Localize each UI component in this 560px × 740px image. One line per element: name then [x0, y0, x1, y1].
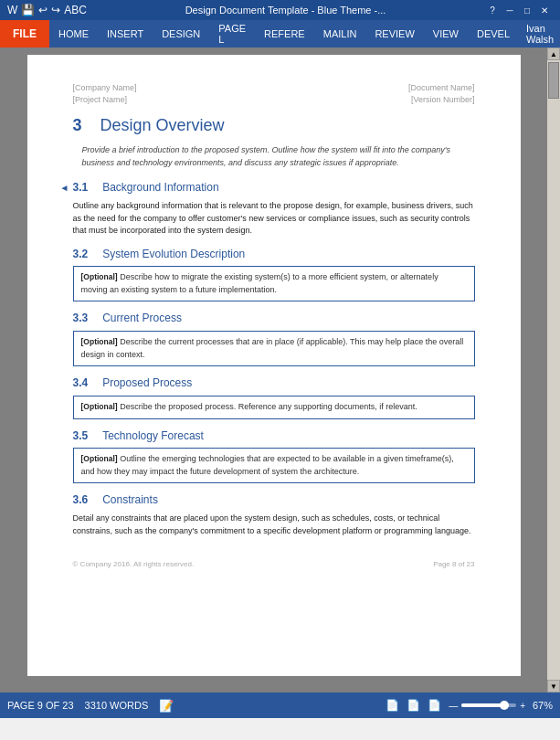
subsection-3-6-num: 3.6 [73, 492, 89, 508]
document-meta: [Company Name] [Project Name] [Document … [73, 82, 475, 105]
section-3-title: Design Overview [100, 114, 225, 137]
optional-label-3-5: [Optional] [81, 454, 118, 463]
tab-home[interactable]: HOME [49, 20, 98, 48]
close-button[interactable]: ✕ [536, 2, 553, 18]
version-number: [Version Number] [408, 94, 475, 106]
ribbon: FILE HOME INSERT DESIGN PAGE L REFERE MA… [0, 20, 560, 48]
subsection-3-4-title: Proposed Process [102, 375, 192, 391]
subsection-3-5-optional: [Optional] Outline the emerging technolo… [73, 448, 475, 483]
scrollbar-vertical[interactable]: ▲ ▼ [547, 48, 560, 692]
subsection-3-3-header: 3.3 Current Process [73, 311, 475, 326]
zoom-level[interactable]: 67% [533, 700, 553, 711]
title-bar: W 💾 ↩ ↪ ABC Design Document Template - B… [0, 0, 560, 20]
word-icon: W [7, 4, 17, 16]
toolbar-save[interactable]: 💾 [21, 4, 35, 16]
subsection-3-1-body: Outline any background information that … [73, 200, 475, 238]
footer-copyright: © Company 2016. All rights reserved. [73, 559, 195, 569]
subsection-3-6-title: Constraints [102, 492, 158, 508]
view-print-icon[interactable]: 📄 [386, 699, 399, 712]
toolbar-undo[interactable]: ↩ [38, 4, 48, 16]
word-count: 3310 WORDS [85, 700, 149, 711]
optional-label-3-4: [Optional] [81, 402, 118, 411]
title-bar-left: W 💾 ↩ ↪ ABC [7, 4, 87, 16]
subsection-3-4-optional-text: Describe the proposed process. Reference… [120, 402, 417, 411]
tab-view[interactable]: VIEW [424, 20, 468, 48]
section-3-intro: Provide a brief introduction to the prop… [82, 144, 466, 169]
subsection-3-5-header: 3.5 Technology Forecast [73, 428, 475, 444]
project-name: [Project Name] [73, 94, 137, 106]
status-left: PAGE 9 OF 23 3310 WORDS 📝 [7, 699, 174, 713]
minimize-button[interactable]: ─ [502, 2, 518, 18]
help-button[interactable]: ? [484, 2, 501, 18]
tab-developer[interactable]: DEVEL [468, 20, 519, 48]
scroll-track[interactable] [547, 60, 560, 680]
subsection-3-5-num: 3.5 [73, 428, 89, 444]
subsection-3-5-optional-text: Outline the emerging technologies that a… [81, 454, 454, 476]
page-info: PAGE 9 OF 23 [7, 700, 74, 711]
subsection-3-2-header: 3.2 System Evolution Description [73, 247, 475, 262]
tab-mailings[interactable]: MAILIN [314, 20, 366, 48]
subsection-3-5: 3.5 Technology Forecast [Optional] Outli… [73, 428, 475, 484]
view-web-icon[interactable]: 📄 [428, 699, 441, 712]
toolbar-redo[interactable]: ↪ [51, 4, 60, 16]
zoom-out-icon[interactable]: — [449, 701, 458, 711]
subsection-3-3-num: 3.3 [73, 311, 89, 326]
maximize-button[interactable]: □ [519, 2, 535, 18]
zoom-in-icon[interactable]: + [520, 701, 525, 711]
tab-insert[interactable]: INSERT [98, 20, 153, 48]
view-read-icon[interactable]: 📄 [407, 699, 420, 712]
toolbar-abc[interactable]: ABC [64, 4, 87, 16]
zoom-slider[interactable]: — + [449, 701, 525, 711]
tab-design[interactable]: DESIGN [153, 20, 209, 48]
subsection-3-2: 3.2 System Evolution Description [Option… [73, 247, 475, 302]
window-controls: ? ─ □ ✕ [484, 2, 553, 18]
subsection-3-6-body: Detail any constraints that are placed u… [73, 513, 475, 537]
document-page: [Company Name] [Project Name] [Document … [27, 55, 521, 676]
section-3-header: 3 Design Overview [73, 114, 475, 137]
proofing-icon[interactable]: 📝 [159, 699, 174, 713]
collapse-arrow-icon[interactable]: ◄ [60, 182, 69, 195]
slider-track[interactable] [461, 703, 516, 707]
subsection-3-1-title: Background Information [102, 180, 218, 196]
subsection-3-5-title: Technology Forecast [102, 428, 204, 444]
subsection-3-2-optional: [Optional] Describe how to migrate the e… [73, 266, 475, 301]
status-bar: PAGE 9 OF 23 3310 WORDS 📝 📄 📄 📄 — + 67% [0, 692, 560, 718]
optional-label-3-3: [Optional] [81, 337, 118, 346]
slider-fill [461, 703, 502, 707]
scroll-up-button[interactable]: ▲ [547, 48, 560, 60]
document-container: [Company Name] [Project Name] [Document … [0, 48, 560, 692]
user-profile[interactable]: Ivan Walsh K [519, 20, 560, 48]
subsection-3-2-title: System Evolution Description [102, 247, 245, 262]
subsection-3-4: 3.4 Proposed Process [Optional] Describe… [73, 375, 475, 418]
subsection-3-1-header: ◄ 3.1 Background Information [73, 180, 475, 196]
window-title: Design Document Template - Blue Theme -.… [185, 5, 386, 16]
subsection-3-6-header: 3.6 Constraints [73, 492, 475, 508]
subsection-3-4-header: 3.4 Proposed Process [73, 375, 475, 391]
subsection-3-4-optional: [Optional] Describe the proposed process… [73, 396, 475, 419]
status-right: 📄 📄 📄 — + 67% [386, 699, 553, 712]
subsection-3-1: ◄ 3.1 Background Information Outline any… [73, 180, 475, 237]
subsection-3-6: 3.6 Constraints Detail any constraints t… [73, 492, 475, 537]
subsection-3-1-num: 3.1 [73, 180, 89, 196]
subsection-3-3-optional-text: Describe the current processes that are … [81, 337, 464, 359]
scroll-thumb[interactable] [548, 62, 559, 99]
scroll-down-button[interactable]: ▼ [547, 680, 560, 692]
subsection-3-3: 3.3 Current Process [Optional] Describe … [73, 311, 475, 366]
subsection-3-3-title: Current Process [102, 311, 182, 326]
subsection-3-3-optional: [Optional] Describe the current processe… [73, 331, 475, 366]
subsection-3-2-optional-text: Describe how to migrate the existing sys… [81, 272, 438, 294]
section-3-num: 3 [73, 114, 82, 137]
optional-label-3-2: [Optional] [81, 272, 118, 281]
slider-thumb[interactable] [500, 701, 509, 710]
meta-left: [Company Name] [Project Name] [73, 82, 137, 105]
footer-page-info: Page 8 of 23 [433, 559, 474, 569]
company-name: [Company Name] [73, 82, 137, 94]
tab-review[interactable]: REVIEW [365, 20, 423, 48]
tab-references[interactable]: REFERE [255, 20, 314, 48]
tab-pagelayout[interactable]: PAGE L [209, 20, 255, 48]
meta-right: [Document Name] [Version Number] [408, 82, 475, 105]
document-scroll[interactable]: [Company Name] [Project Name] [Document … [0, 48, 547, 692]
file-button[interactable]: FILE [0, 20, 49, 48]
subsection-3-2-num: 3.2 [73, 247, 89, 262]
document-footer: © Company 2016. All rights reserved. Pag… [73, 555, 475, 569]
